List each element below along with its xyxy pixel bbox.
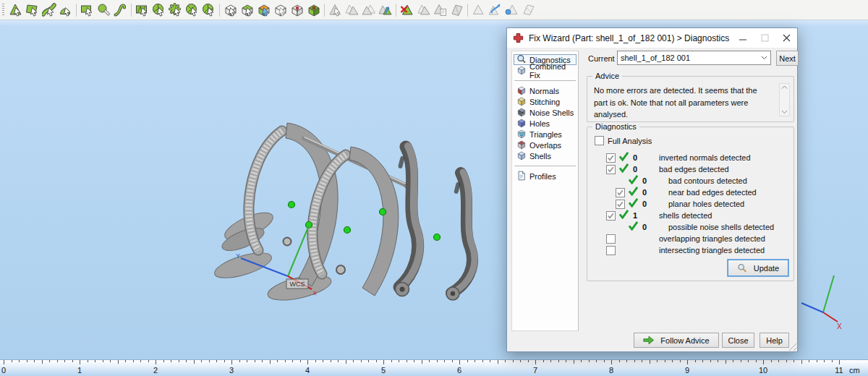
row-checkbox[interactable]: [606, 165, 616, 174]
ruler-number: 1: [77, 366, 82, 375]
row-checkbox[interactable]: [606, 211, 616, 221]
diagnostic-row: 0bad contours detected: [616, 174, 788, 186]
ruler-minor-tick: [733, 360, 733, 362]
ruler-minor-tick: [186, 360, 187, 362]
sidebar-item-normals[interactable]: Normals: [514, 85, 576, 96]
ruler-minor-tick: [634, 360, 635, 362]
sidebar-item-shells[interactable]: Shells: [514, 150, 576, 161]
sidebar-item-profiles[interactable]: Profiles: [514, 171, 576, 181]
select-through-cube-green-icon[interactable]: [239, 1, 255, 19]
ruler-minor-tick: [262, 360, 263, 362]
triangle-pair-tool-2-icon[interactable]: [360, 1, 377, 19]
delete-triangle-icon[interactable]: [399, 1, 415, 19]
brush-selection-icon[interactable]: [95, 1, 112, 19]
dialog-titlebar[interactable]: Fix Wizard (Part: shell_1_of_182 001) > …: [507, 28, 797, 48]
burst-selection-icon[interactable]: [167, 1, 184, 19]
ruler-minor-tick: [346, 360, 346, 364]
triangle-pair-pale-icon[interactable]: [415, 1, 432, 19]
toolbar-separator: [467, 4, 468, 17]
mark-cube-green-icon[interactable]: [305, 1, 322, 19]
close-dialog-button[interactable]: Close: [722, 333, 754, 348]
triangle-blue-arrow-tool-icon[interactable]: [377, 1, 393, 19]
select-curved-surface-icon[interactable]: [41, 1, 57, 19]
sidebar-item-stitching[interactable]: Stitching: [514, 96, 576, 107]
sidebar-item-holes[interactable]: Holes: [514, 118, 576, 129]
model-hook-3[interactable]: [396, 146, 420, 296]
ruler-minor-tick: [133, 360, 134, 362]
ruler-minor-tick: [209, 360, 210, 362]
mark-cube-point-icon[interactable]: [289, 1, 305, 19]
ruler-minor-tick: [422, 360, 422, 364]
model-hook-4[interactable]: [446, 172, 475, 300]
cube-combined-icon: [516, 65, 527, 77]
ruler-minor-tick: [650, 360, 650, 364]
ruler-minor-tick: [368, 360, 369, 362]
plane-tool-icon[interactable]: [448, 1, 465, 19]
follow-advice-label: Follow Advice: [660, 336, 709, 345]
window-triangle-selection-icon[interactable]: [134, 1, 150, 19]
minimize-button[interactable]: [732, 29, 754, 48]
ruler-unit-label: cm: [849, 366, 860, 375]
sidebar-item-triangles[interactable]: Triangles: [514, 129, 576, 140]
advice-text: No more errors are detected. It seems th…: [594, 85, 770, 121]
row-checkbox[interactable]: [606, 246, 616, 255]
maximize-button[interactable]: [754, 29, 775, 48]
ruler-minor-tick: [619, 360, 620, 362]
triangle-swoosh-tool-icon[interactable]: [487, 1, 503, 19]
ruler-major-tick: [535, 360, 536, 364]
help-button[interactable]: Help: [760, 333, 789, 348]
row-checkbox[interactable]: [616, 200, 625, 209]
ruler-minor-tick: [642, 360, 642, 362]
circle-selection-icon[interactable]: [150, 1, 167, 19]
triangle-drop-tool-icon[interactable]: [503, 1, 520, 19]
plane-outline-tool-icon[interactable]: [520, 1, 537, 19]
triangle-pair-tool-icon[interactable]: [344, 1, 360, 19]
scroll-up-icon[interactable]: [781, 85, 788, 90]
triangle-outline-tool-icon[interactable]: [470, 1, 487, 19]
ruler-minor-tick: [574, 360, 574, 364]
scroll-down-icon[interactable]: [781, 110, 788, 114]
triangle-cursor-tool-icon[interactable]: [327, 1, 344, 19]
ruler-major-tick: [80, 360, 80, 364]
triangle-page-tool-icon[interactable]: [432, 1, 448, 19]
ruler-major-tick: [383, 360, 384, 364]
update-label: Update: [754, 264, 779, 273]
current-part-select[interactable]: shell_1_of_182 001: [617, 51, 771, 65]
row-checkbox[interactable]: [606, 153, 616, 163]
ruler-minor-tick: [589, 360, 590, 362]
rectangle-selection-icon[interactable]: [79, 1, 95, 19]
select-shell-surface-icon[interactable]: [57, 1, 74, 19]
select-triangles-icon[interactable]: [7, 1, 24, 19]
toolbar-grip[interactable]: [2, 4, 4, 17]
disc-selection-2-icon[interactable]: [200, 1, 217, 19]
ruler-minor-tick: [665, 360, 665, 362]
diagnostic-row: overlapping triangles detected: [606, 232, 788, 244]
disc-selection-icon[interactable]: [184, 1, 200, 19]
advice-scrollbar[interactable]: [779, 83, 790, 116]
select-cube-outline-icon[interactable]: [272, 1, 289, 19]
lasso-selection-icon[interactable]: [112, 1, 129, 19]
ruler-minor-tick: [596, 360, 597, 362]
next-button[interactable]: Next: [776, 51, 799, 66]
row-checkbox[interactable]: [606, 234, 616, 244]
sidebar-item-combined-fix[interactable]: Combined Fix: [514, 65, 576, 76]
row-checkbox[interactable]: [616, 188, 625, 197]
sidebar-item-overlaps[interactable]: Overlaps: [514, 140, 576, 150]
diagnostic-count: 0: [642, 200, 661, 208]
follow-advice-button[interactable]: Follow Advice: [634, 333, 719, 348]
select-through-cube-white-icon[interactable]: [222, 1, 239, 19]
ruler-minor-tick: [140, 360, 141, 362]
update-button[interactable]: Update: [728, 260, 788, 276]
triad-x-label: X: [837, 322, 842, 330]
full-analysis-checkbox[interactable]: [595, 136, 604, 145]
ruler-minor-tick: [520, 360, 521, 362]
ruler-minor-tick: [475, 360, 475, 362]
close-button[interactable]: [775, 29, 797, 48]
ruler-minor-tick: [201, 360, 202, 362]
select-plane-icon[interactable]: [24, 1, 41, 19]
main-toolbar: [0, 0, 868, 20]
ruler-minor-tick: [285, 360, 286, 362]
sidebar-item-noise-shells[interactable]: Noise Shells: [514, 107, 576, 118]
select-through-cube-orange-icon[interactable]: [255, 1, 272, 19]
ruler-minor-tick: [27, 360, 27, 362]
